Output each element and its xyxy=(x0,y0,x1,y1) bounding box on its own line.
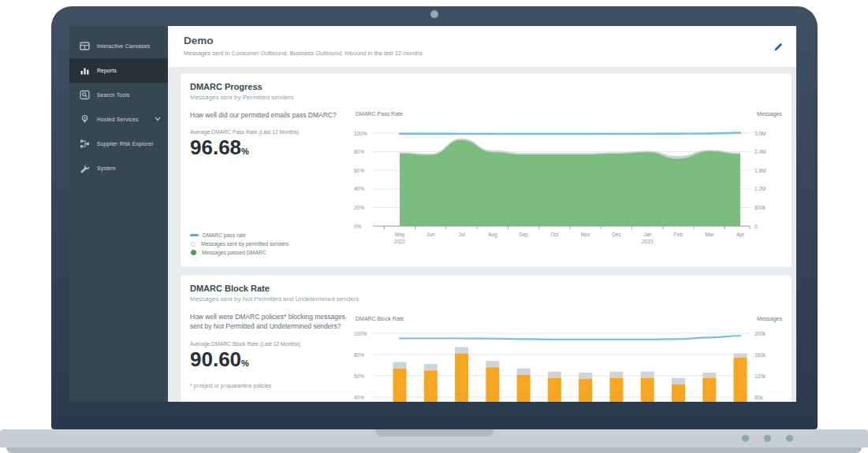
laptop-mockup: Interactive Canvases Reports Search Tool… xyxy=(0,0,868,453)
svg-text:Oct: Oct xyxy=(550,232,558,237)
svg-text:20%: 20% xyxy=(354,205,364,210)
svg-text:60%: 60% xyxy=(354,373,364,379)
sidebar-item-search-tools[interactable]: Search Tools xyxy=(69,83,168,107)
svg-text:Jan: Jan xyxy=(643,232,652,237)
sidebar-item-label: Hosted Services xyxy=(97,117,139,122)
location-pin-icon xyxy=(80,114,90,124)
network-icon xyxy=(80,139,90,149)
card-question: How well did our permitted emails pass D… xyxy=(190,110,359,120)
svg-text:160k: 160k xyxy=(754,352,766,358)
bar-chart-icon xyxy=(80,65,90,76)
legend-item: DMARC pass rate xyxy=(190,231,289,239)
vent-dot xyxy=(764,435,771,442)
legend-label: Messages sent by permitted senders xyxy=(201,241,289,247)
sidebar-item-label: Interactive Canvases xyxy=(97,43,150,49)
svg-text:60%: 60% xyxy=(354,168,364,173)
vent-dot xyxy=(786,435,793,442)
laptop-base-edge xyxy=(6,447,862,453)
vent-dot xyxy=(742,435,749,442)
svg-text:Jun: Jun xyxy=(427,232,435,237)
grid-icon xyxy=(80,41,90,51)
page-header: Demo Messages sent to Consumer Outbound,… xyxy=(168,26,796,67)
sidebar-item-reports[interactable]: Reports xyxy=(69,58,168,83)
svg-text:80%: 80% xyxy=(354,352,364,358)
search-icon xyxy=(80,90,90,100)
svg-text:Dec: Dec xyxy=(612,232,621,237)
svg-text:DMARC Block Rate: DMARC Block Rate xyxy=(356,316,404,321)
sidebar-item-system[interactable]: System xyxy=(69,156,168,180)
chevron-down-icon xyxy=(155,117,161,121)
svg-text:2022: 2022 xyxy=(394,239,406,244)
svg-text:1.8M: 1.8M xyxy=(754,168,766,173)
metric-unit: % xyxy=(241,147,249,156)
dmarc-block-rate-card: DMARC Block Rate Messages sent by Not Pe… xyxy=(180,274,792,402)
wrench-icon xyxy=(80,163,90,173)
card-question: How well were DMARC policies* blocking m… xyxy=(190,312,359,332)
card-subtitle: Messages sent by Permitted senders xyxy=(190,94,792,101)
svg-text:Apr: Apr xyxy=(736,232,745,238)
card-title: DMARC Block Rate xyxy=(190,284,792,293)
sidebar-item-label: Supplier Risk Explorer xyxy=(97,141,154,147)
legend-item: Messages sent by permitted senders xyxy=(190,239,289,248)
svg-text:Sep: Sep xyxy=(519,232,528,238)
svg-text:May: May xyxy=(395,232,405,238)
legend-label: DMARC pass rate xyxy=(203,232,246,238)
dmarc-pass-rate-chart: DMARC Pass RateMessages100%80%60%40%20%0… xyxy=(354,108,784,261)
svg-text:100%: 100% xyxy=(354,131,367,136)
svg-text:3.0M: 3.0M xyxy=(754,131,766,136)
metric-unit: % xyxy=(241,358,249,368)
sidebar-item-interactive-canvases[interactable]: Interactive Canvases xyxy=(69,34,168,58)
laptop-notch xyxy=(375,429,494,436)
card-subtitle: Messages sent by Not Permitted and Undet… xyxy=(190,295,792,303)
svg-text:200k: 200k xyxy=(754,331,766,336)
legend-label: Messages passed DMARC xyxy=(202,250,266,255)
svg-text:Aug: Aug xyxy=(488,232,497,238)
svg-text:40%: 40% xyxy=(354,395,364,400)
svg-text:100%: 100% xyxy=(354,331,367,336)
svg-text:2023: 2023 xyxy=(642,239,654,244)
svg-text:600k: 600k xyxy=(754,205,766,210)
svg-text:Messages: Messages xyxy=(757,111,782,117)
legend-item: Messages passed DMARC xyxy=(190,248,289,257)
svg-text:Messages: Messages xyxy=(757,316,782,322)
svg-text:80k: 80k xyxy=(754,395,763,400)
dmarc-block-rate-chart: DMARC Block RateMessages100%80%60%40%200… xyxy=(354,313,784,402)
svg-text:2.4M: 2.4M xyxy=(754,149,766,154)
dot-marker-icon xyxy=(191,250,196,255)
svg-text:40%: 40% xyxy=(354,186,364,191)
svg-text:120k: 120k xyxy=(754,373,766,379)
svg-text:80%: 80% xyxy=(354,149,364,154)
svg-text:Jul: Jul xyxy=(458,232,465,237)
svg-text:1.2M: 1.2M xyxy=(754,186,766,191)
svg-text:0: 0 xyxy=(754,224,758,229)
card-title: DMARC Progress xyxy=(190,82,792,91)
svg-text:Mar: Mar xyxy=(705,232,714,237)
pencil-icon[interactable] xyxy=(773,42,784,53)
ring-marker-icon xyxy=(191,242,196,247)
webcam-dot xyxy=(430,10,438,18)
svg-text:Nov: Nov xyxy=(581,232,590,237)
dashboard-content: DMARC Progress Messages sent by Permitte… xyxy=(168,67,796,402)
main-area: Demo Messages sent to Consumer Outbound,… xyxy=(168,26,796,402)
dashboard-screen: Interactive Canvases Reports Search Tool… xyxy=(69,26,796,402)
svg-text:0%: 0% xyxy=(354,224,362,229)
page-title: Demo xyxy=(184,35,796,46)
sidebar-item-label: Search Tools xyxy=(97,92,130,98)
sidebar-item-supplier-risk-explorer[interactable]: Supplier Risk Explorer xyxy=(69,132,168,156)
chart-legend: DMARC pass rate Messages sent by permitt… xyxy=(190,231,289,257)
dmarc-progress-card: DMARC Progress Messages sent by Permitte… xyxy=(180,72,792,268)
line-marker-icon xyxy=(190,234,199,236)
laptop-base xyxy=(0,429,868,447)
sidebar-item-hosted-services[interactable]: Hosted Services xyxy=(69,107,168,132)
svg-text:Feb: Feb xyxy=(674,232,684,237)
sidebar-item-label: System xyxy=(97,165,116,171)
page-subtitle: Messages sent to Consumer Outbound, Busi… xyxy=(184,50,796,57)
svg-text:DMARC Pass Rate: DMARC Pass Rate xyxy=(356,111,403,117)
sidebar: Interactive Canvases Reports Search Tool… xyxy=(69,26,168,402)
sidebar-item-label: Reports xyxy=(97,68,117,73)
